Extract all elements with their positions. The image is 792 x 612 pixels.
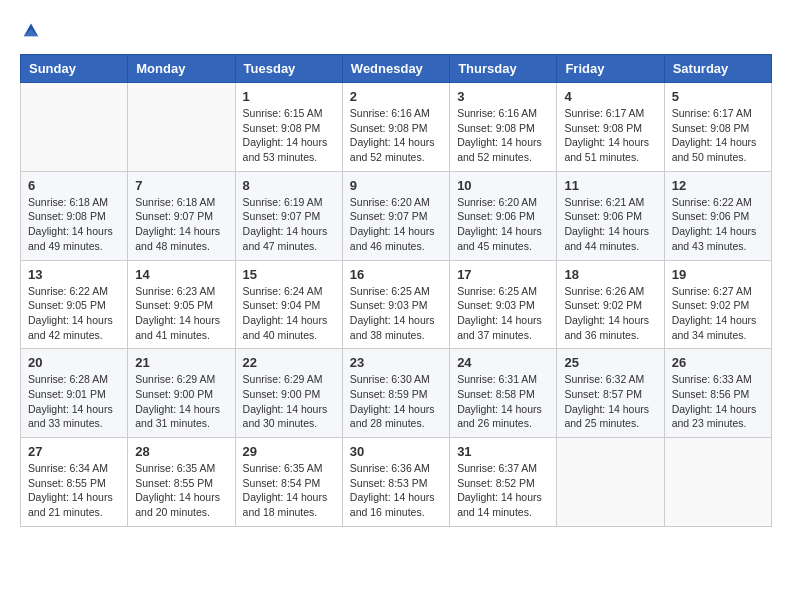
calendar-day-cell: 1Sunrise: 6:15 AMSunset: 9:08 PMDaylight… <box>235 83 342 172</box>
day-number: 31 <box>457 444 549 459</box>
day-detail: Sunrise: 6:26 AMSunset: 9:02 PMDaylight:… <box>564 284 656 343</box>
day-detail: Sunrise: 6:34 AMSunset: 8:55 PMDaylight:… <box>28 461 120 520</box>
day-number: 2 <box>350 89 442 104</box>
day-detail: Sunrise: 6:18 AMSunset: 9:07 PMDaylight:… <box>135 195 227 254</box>
calendar-day-cell: 29Sunrise: 6:35 AMSunset: 8:54 PMDayligh… <box>235 438 342 527</box>
day-number: 21 <box>135 355 227 370</box>
calendar-day-cell: 19Sunrise: 6:27 AMSunset: 9:02 PMDayligh… <box>664 260 771 349</box>
calendar-day-cell: 20Sunrise: 6:28 AMSunset: 9:01 PMDayligh… <box>21 349 128 438</box>
calendar-day-cell: 8Sunrise: 6:19 AMSunset: 9:07 PMDaylight… <box>235 171 342 260</box>
day-detail: Sunrise: 6:29 AMSunset: 9:00 PMDaylight:… <box>243 372 335 431</box>
day-detail: Sunrise: 6:24 AMSunset: 9:04 PMDaylight:… <box>243 284 335 343</box>
day-detail: Sunrise: 6:30 AMSunset: 8:59 PMDaylight:… <box>350 372 442 431</box>
day-of-week-header: Saturday <box>664 55 771 83</box>
calendar-day-cell <box>664 438 771 527</box>
day-number: 28 <box>135 444 227 459</box>
calendar-day-cell <box>557 438 664 527</box>
day-of-week-header: Sunday <box>21 55 128 83</box>
calendar-day-cell: 25Sunrise: 6:32 AMSunset: 8:57 PMDayligh… <box>557 349 664 438</box>
day-number: 12 <box>672 178 764 193</box>
day-detail: Sunrise: 6:16 AMSunset: 9:08 PMDaylight:… <box>350 106 442 165</box>
day-detail: Sunrise: 6:20 AMSunset: 9:06 PMDaylight:… <box>457 195 549 254</box>
day-number: 24 <box>457 355 549 370</box>
calendar-day-cell: 23Sunrise: 6:30 AMSunset: 8:59 PMDayligh… <box>342 349 449 438</box>
logo-icon <box>22 20 40 38</box>
day-number: 5 <box>672 89 764 104</box>
day-number: 30 <box>350 444 442 459</box>
calendar-day-cell: 4Sunrise: 6:17 AMSunset: 9:08 PMDaylight… <box>557 83 664 172</box>
day-number: 29 <box>243 444 335 459</box>
calendar-day-cell: 24Sunrise: 6:31 AMSunset: 8:58 PMDayligh… <box>450 349 557 438</box>
calendar-day-cell: 6Sunrise: 6:18 AMSunset: 9:08 PMDaylight… <box>21 171 128 260</box>
day-number: 18 <box>564 267 656 282</box>
day-of-week-header: Tuesday <box>235 55 342 83</box>
day-detail: Sunrise: 6:25 AMSunset: 9:03 PMDaylight:… <box>350 284 442 343</box>
day-number: 23 <box>350 355 442 370</box>
day-of-week-header: Friday <box>557 55 664 83</box>
day-detail: Sunrise: 6:17 AMSunset: 9:08 PMDaylight:… <box>672 106 764 165</box>
calendar-day-cell: 16Sunrise: 6:25 AMSunset: 9:03 PMDayligh… <box>342 260 449 349</box>
calendar-day-cell: 26Sunrise: 6:33 AMSunset: 8:56 PMDayligh… <box>664 349 771 438</box>
day-detail: Sunrise: 6:22 AMSunset: 9:06 PMDaylight:… <box>672 195 764 254</box>
day-detail: Sunrise: 6:32 AMSunset: 8:57 PMDaylight:… <box>564 372 656 431</box>
day-number: 7 <box>135 178 227 193</box>
calendar-day-cell: 14Sunrise: 6:23 AMSunset: 9:05 PMDayligh… <box>128 260 235 349</box>
day-detail: Sunrise: 6:35 AMSunset: 8:54 PMDaylight:… <box>243 461 335 520</box>
calendar-day-cell: 30Sunrise: 6:36 AMSunset: 8:53 PMDayligh… <box>342 438 449 527</box>
day-detail: Sunrise: 6:17 AMSunset: 9:08 PMDaylight:… <box>564 106 656 165</box>
day-detail: Sunrise: 6:36 AMSunset: 8:53 PMDaylight:… <box>350 461 442 520</box>
calendar-day-cell: 9Sunrise: 6:20 AMSunset: 9:07 PMDaylight… <box>342 171 449 260</box>
calendar-day-cell: 27Sunrise: 6:34 AMSunset: 8:55 PMDayligh… <box>21 438 128 527</box>
calendar-week-row: 27Sunrise: 6:34 AMSunset: 8:55 PMDayligh… <box>21 438 772 527</box>
day-number: 17 <box>457 267 549 282</box>
day-number: 10 <box>457 178 549 193</box>
calendar-day-cell: 13Sunrise: 6:22 AMSunset: 9:05 PMDayligh… <box>21 260 128 349</box>
calendar-day-cell: 17Sunrise: 6:25 AMSunset: 9:03 PMDayligh… <box>450 260 557 349</box>
day-detail: Sunrise: 6:21 AMSunset: 9:06 PMDaylight:… <box>564 195 656 254</box>
calendar-day-cell: 31Sunrise: 6:37 AMSunset: 8:52 PMDayligh… <box>450 438 557 527</box>
calendar-day-cell <box>21 83 128 172</box>
day-detail: Sunrise: 6:27 AMSunset: 9:02 PMDaylight:… <box>672 284 764 343</box>
calendar-day-cell: 12Sunrise: 6:22 AMSunset: 9:06 PMDayligh… <box>664 171 771 260</box>
day-detail: Sunrise: 6:16 AMSunset: 9:08 PMDaylight:… <box>457 106 549 165</box>
day-number: 20 <box>28 355 120 370</box>
day-number: 19 <box>672 267 764 282</box>
calendar-day-cell: 11Sunrise: 6:21 AMSunset: 9:06 PMDayligh… <box>557 171 664 260</box>
day-detail: Sunrise: 6:29 AMSunset: 9:00 PMDaylight:… <box>135 372 227 431</box>
calendar-day-cell: 5Sunrise: 6:17 AMSunset: 9:08 PMDaylight… <box>664 83 771 172</box>
day-detail: Sunrise: 6:23 AMSunset: 9:05 PMDaylight:… <box>135 284 227 343</box>
day-number: 3 <box>457 89 549 104</box>
day-number: 26 <box>672 355 764 370</box>
day-detail: Sunrise: 6:15 AMSunset: 9:08 PMDaylight:… <box>243 106 335 165</box>
day-detail: Sunrise: 6:33 AMSunset: 8:56 PMDaylight:… <box>672 372 764 431</box>
day-of-week-header: Wednesday <box>342 55 449 83</box>
day-detail: Sunrise: 6:18 AMSunset: 9:08 PMDaylight:… <box>28 195 120 254</box>
day-number: 13 <box>28 267 120 282</box>
calendar-day-cell: 18Sunrise: 6:26 AMSunset: 9:02 PMDayligh… <box>557 260 664 349</box>
calendar-week-row: 13Sunrise: 6:22 AMSunset: 9:05 PMDayligh… <box>21 260 772 349</box>
calendar-day-cell: 3Sunrise: 6:16 AMSunset: 9:08 PMDaylight… <box>450 83 557 172</box>
calendar-day-cell: 2Sunrise: 6:16 AMSunset: 9:08 PMDaylight… <box>342 83 449 172</box>
day-number: 8 <box>243 178 335 193</box>
calendar-day-cell: 7Sunrise: 6:18 AMSunset: 9:07 PMDaylight… <box>128 171 235 260</box>
calendar-day-cell: 22Sunrise: 6:29 AMSunset: 9:00 PMDayligh… <box>235 349 342 438</box>
calendar-header-row: SundayMondayTuesdayWednesdayThursdayFrid… <box>21 55 772 83</box>
calendar-table: SundayMondayTuesdayWednesdayThursdayFrid… <box>20 54 772 527</box>
day-detail: Sunrise: 6:19 AMSunset: 9:07 PMDaylight:… <box>243 195 335 254</box>
day-number: 9 <box>350 178 442 193</box>
day-detail: Sunrise: 6:25 AMSunset: 9:03 PMDaylight:… <box>457 284 549 343</box>
day-number: 4 <box>564 89 656 104</box>
calendar-week-row: 6Sunrise: 6:18 AMSunset: 9:08 PMDaylight… <box>21 171 772 260</box>
day-number: 11 <box>564 178 656 193</box>
day-detail: Sunrise: 6:28 AMSunset: 9:01 PMDaylight:… <box>28 372 120 431</box>
day-number: 27 <box>28 444 120 459</box>
day-number: 6 <box>28 178 120 193</box>
day-number: 15 <box>243 267 335 282</box>
calendar-day-cell: 10Sunrise: 6:20 AMSunset: 9:06 PMDayligh… <box>450 171 557 260</box>
calendar-day-cell: 28Sunrise: 6:35 AMSunset: 8:55 PMDayligh… <box>128 438 235 527</box>
day-number: 25 <box>564 355 656 370</box>
calendar-day-cell: 15Sunrise: 6:24 AMSunset: 9:04 PMDayligh… <box>235 260 342 349</box>
logo <box>20 20 40 38</box>
day-number: 14 <box>135 267 227 282</box>
calendar-week-row: 1Sunrise: 6:15 AMSunset: 9:08 PMDaylight… <box>21 83 772 172</box>
